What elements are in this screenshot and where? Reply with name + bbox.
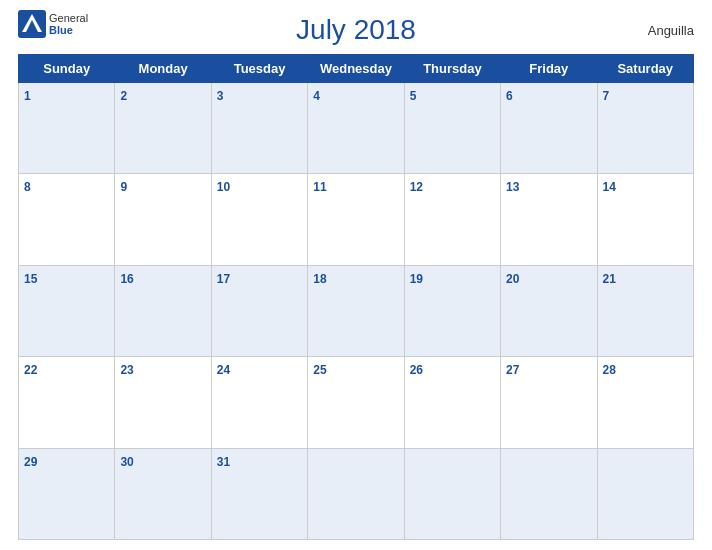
calendar-day-cell: 16 (115, 265, 211, 356)
calendar-day-cell: 31 (211, 448, 307, 539)
header-tuesday: Tuesday (211, 55, 307, 83)
calendar-day-cell: 1 (19, 83, 115, 174)
calendar-day-cell: 15 (19, 265, 115, 356)
calendar-day-cell: 8 (19, 174, 115, 265)
day-number: 2 (120, 89, 127, 103)
calendar-day-cell: 3 (211, 83, 307, 174)
day-number: 16 (120, 272, 133, 286)
calendar-day-cell: 9 (115, 174, 211, 265)
calendar-day-cell: 4 (308, 83, 404, 174)
day-number: 5 (410, 89, 417, 103)
day-number: 19 (410, 272, 423, 286)
day-number: 4 (313, 89, 320, 103)
calendar-day-cell: 23 (115, 357, 211, 448)
day-number: 27 (506, 363, 519, 377)
calendar-week-row: 293031 (19, 448, 694, 539)
calendar-day-cell: 17 (211, 265, 307, 356)
calendar-day-cell: 26 (404, 357, 500, 448)
calendar-day-cell: 24 (211, 357, 307, 448)
header-wednesday: Wednesday (308, 55, 404, 83)
calendar-day-cell: 29 (19, 448, 115, 539)
calendar-day-cell: 7 (597, 83, 693, 174)
day-number: 11 (313, 180, 326, 194)
calendar-day-cell: 14 (597, 174, 693, 265)
general-blue-logo-icon (18, 10, 46, 38)
day-number: 26 (410, 363, 423, 377)
calendar-title: July 2018 (296, 14, 416, 46)
calendar-header: General Blue July 2018 Anguilla (18, 10, 694, 50)
day-number: 25 (313, 363, 326, 377)
calendar-day-cell (501, 448, 597, 539)
calendar-week-row: 891011121314 (19, 174, 694, 265)
calendar-day-cell: 13 (501, 174, 597, 265)
calendar-day-cell: 27 (501, 357, 597, 448)
calendar-day-cell: 11 (308, 174, 404, 265)
day-number: 13 (506, 180, 519, 194)
header-monday: Monday (115, 55, 211, 83)
calendar-day-cell: 22 (19, 357, 115, 448)
logo-text: General Blue (49, 12, 88, 36)
calendar-day-cell: 18 (308, 265, 404, 356)
header-friday: Friday (501, 55, 597, 83)
calendar-day-cell: 28 (597, 357, 693, 448)
day-number: 14 (603, 180, 616, 194)
header-thursday: Thursday (404, 55, 500, 83)
calendar-day-cell (597, 448, 693, 539)
day-number: 12 (410, 180, 423, 194)
region-label: Anguilla (648, 23, 694, 38)
calendar-week-row: 15161718192021 (19, 265, 694, 356)
day-number: 3 (217, 89, 224, 103)
day-number: 7 (603, 89, 610, 103)
calendar-day-cell (404, 448, 500, 539)
day-number: 21 (603, 272, 616, 286)
day-number: 23 (120, 363, 133, 377)
calendar-day-cell: 5 (404, 83, 500, 174)
day-number: 30 (120, 455, 133, 469)
calendar-day-cell: 19 (404, 265, 500, 356)
day-number: 6 (506, 89, 513, 103)
header-saturday: Saturday (597, 55, 693, 83)
day-number: 29 (24, 455, 37, 469)
calendar-table: Sunday Monday Tuesday Wednesday Thursday… (18, 54, 694, 540)
calendar-day-cell: 2 (115, 83, 211, 174)
day-number: 20 (506, 272, 519, 286)
day-number: 24 (217, 363, 230, 377)
calendar-day-cell: 10 (211, 174, 307, 265)
header-sunday: Sunday (19, 55, 115, 83)
logo-blue-label: Blue (49, 24, 88, 36)
day-number: 9 (120, 180, 127, 194)
day-number: 15 (24, 272, 37, 286)
calendar-day-cell: 12 (404, 174, 500, 265)
calendar-wrapper: General Blue July 2018 Anguilla Sunday M… (0, 0, 712, 550)
calendar-week-row: 22232425262728 (19, 357, 694, 448)
logo-general-label: General (49, 12, 88, 24)
calendar-day-cell: 21 (597, 265, 693, 356)
day-number: 31 (217, 455, 230, 469)
day-number: 10 (217, 180, 230, 194)
weekday-header-row: Sunday Monday Tuesday Wednesday Thursday… (19, 55, 694, 83)
calendar-day-cell: 30 (115, 448, 211, 539)
day-number: 17 (217, 272, 230, 286)
calendar-day-cell: 6 (501, 83, 597, 174)
calendar-day-cell: 25 (308, 357, 404, 448)
day-number: 28 (603, 363, 616, 377)
day-number: 1 (24, 89, 31, 103)
day-number: 8 (24, 180, 31, 194)
day-number: 22 (24, 363, 37, 377)
calendar-day-cell: 20 (501, 265, 597, 356)
calendar-week-row: 1234567 (19, 83, 694, 174)
day-number: 18 (313, 272, 326, 286)
calendar-day-cell (308, 448, 404, 539)
logo-area: General Blue (18, 10, 88, 38)
